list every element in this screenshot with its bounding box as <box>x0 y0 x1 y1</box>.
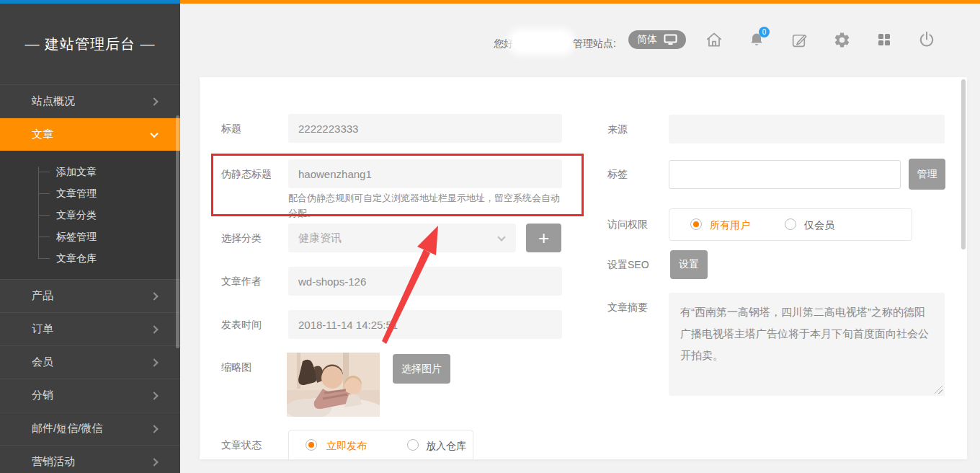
tags-label: 标签 <box>607 159 628 188</box>
source-label: 来源 <box>607 115 628 143</box>
author-input[interactable] <box>288 267 562 296</box>
seo-settings-button[interactable]: 设置 <box>670 250 708 279</box>
sidebar-article-submenu: 添加文章 文章管理 文章分类 标签管理 文章仓库 <box>0 151 180 279</box>
status-warehouse-radio[interactable] <box>407 439 419 451</box>
article-edit-panel: 标题 伪静态标题 配合伪静态规则可自定义浏览器地址栏显示地址，留空系统会自动分配… <box>200 77 967 459</box>
access-all-users-radio[interactable] <box>690 218 702 230</box>
publish-time-label: 发表时间 <box>221 310 262 339</box>
sidebar-item-label: 营销活动 <box>32 455 75 469</box>
status-warehouse-label[interactable]: 放入仓库 <box>426 439 466 452</box>
sidebar-item-tag-manage[interactable]: 标签管理 <box>0 226 180 247</box>
access-members-only-radio[interactable] <box>785 218 796 230</box>
power-icon <box>917 30 936 49</box>
sidebar-scrollbar-thumb[interactable] <box>176 115 179 348</box>
sidebar-item-order[interactable]: 订单 <box>0 312 180 345</box>
category-label: 选择分类 <box>221 224 262 252</box>
access-members-only-label[interactable]: 仅会员 <box>804 218 834 231</box>
thumbnail-label: 缩略图 <box>221 353 251 381</box>
chevron-right-icon <box>150 392 158 399</box>
status-label: 文章状态 <box>221 430 262 459</box>
header-icon-bar: 0 <box>705 28 936 51</box>
manage-tags-button[interactable]: 管理 <box>909 159 945 190</box>
slug-help-text: 配合伪静态规则可自定义浏览器地址栏显示地址，留空系统会自动分配。 <box>288 190 568 221</box>
sidebar-item-label: 站点概况 <box>32 94 75 108</box>
summary-label: 文章摘要 <box>607 293 648 322</box>
sidebar-item-article-warehouse[interactable]: 文章仓库 <box>0 247 180 269</box>
choose-image-button[interactable]: 选择图片 <box>393 354 450 384</box>
sidebar-item-label: 会员 <box>32 355 53 369</box>
chevron-right-icon <box>150 425 158 433</box>
author-label: 文章作者 <box>221 267 262 296</box>
greeting-text: 您好 <box>494 34 514 53</box>
chevron-down-icon <box>150 129 158 137</box>
thumbnail-image <box>287 353 380 417</box>
chevron-right-icon <box>150 358 158 366</box>
slug-label: 伪静态标题 <box>221 159 272 188</box>
category-select[interactable]: 健康资讯 <box>288 224 516 252</box>
sidebar-item-label: 文章 <box>32 128 53 141</box>
tags-input[interactable] <box>669 160 901 189</box>
sidebar-item-mail-sms-wechat[interactable]: 邮件/短信/微信 <box>0 412 180 445</box>
apps-grid-icon <box>876 31 893 48</box>
textarea-resize-handle[interactable] <box>935 386 943 394</box>
sidebar-item-add-article[interactable]: 添加文章 <box>0 161 180 182</box>
add-category-button[interactable]: + <box>526 224 561 252</box>
language-label: 简体 <box>637 33 657 46</box>
notifications-button[interactable]: 0 <box>747 28 766 51</box>
sidebar-item-article-manage[interactable]: 文章管理 <box>0 182 180 204</box>
logout-button[interactable] <box>917 28 936 51</box>
seo-label: 设置SEO <box>607 250 649 279</box>
notification-badge: 0 <box>759 27 770 37</box>
header: 您好 管理站点: 简体 0 <box>180 4 980 76</box>
compose-icon <box>790 31 808 49</box>
sidebar-item-label: 分销 <box>32 389 53 402</box>
monitor-icon <box>664 34 677 45</box>
title-label: 标题 <box>221 114 241 143</box>
sidebar: — 建站管理后台 — 站点概况 文章 添加文章 文章管理 文章分类 标签管理 文… <box>0 4 180 473</box>
chevron-down-icon <box>497 233 505 241</box>
username-redacted <box>512 32 571 51</box>
home-button[interactable] <box>705 28 723 51</box>
settings-button[interactable] <box>832 28 851 51</box>
sidebar-item-product[interactable]: 产品 <box>0 279 180 312</box>
thumbnail-photo <box>287 353 380 417</box>
title-input[interactable] <box>288 114 562 143</box>
access-all-users-label[interactable]: 所有用户 <box>710 218 750 231</box>
sidebar-item-article[interactable]: 文章 <box>0 118 180 151</box>
category-selected-value: 健康资讯 <box>298 231 342 244</box>
chevron-right-icon <box>150 325 158 333</box>
sidebar-item-member[interactable]: 会员 <box>0 345 180 379</box>
publish-time-input[interactable] <box>288 310 562 339</box>
compose-button[interactable] <box>790 28 808 51</box>
manage-site-label: 管理站点: <box>573 34 616 53</box>
settings-icon <box>833 31 851 49</box>
access-label: 访问权限 <box>607 210 648 239</box>
language-site-button[interactable]: 简体 <box>628 30 686 49</box>
sidebar-item-article-category[interactable]: 文章分类 <box>0 204 180 226</box>
slug-input[interactable] <box>288 159 562 188</box>
source-input[interactable] <box>669 115 945 143</box>
sidebar-item-distribution[interactable]: 分销 <box>0 379 180 412</box>
sidebar-item-site-overview[interactable]: 站点概况 <box>0 84 180 118</box>
chevron-right-icon <box>150 458 158 466</box>
sidebar-item-label: 订单 <box>32 322 53 336</box>
app-logo-title: — 建站管理后台 — <box>0 4 180 84</box>
status-publish-label[interactable]: 立即发布 <box>326 439 367 452</box>
home-icon <box>705 30 723 49</box>
sidebar-item-label: 邮件/短信/微信 <box>32 422 102 436</box>
page-scrollbar-thumb[interactable] <box>961 79 966 249</box>
sidebar-item-label: 产品 <box>32 289 53 303</box>
sidebar-item-marketing[interactable]: 营销活动 <box>0 445 180 473</box>
status-publish-radio[interactable] <box>306 439 317 451</box>
chevron-right-icon <box>150 292 158 300</box>
chevron-right-icon <box>150 97 158 105</box>
apps-button[interactable] <box>875 28 894 51</box>
summary-textarea[interactable] <box>669 293 945 396</box>
